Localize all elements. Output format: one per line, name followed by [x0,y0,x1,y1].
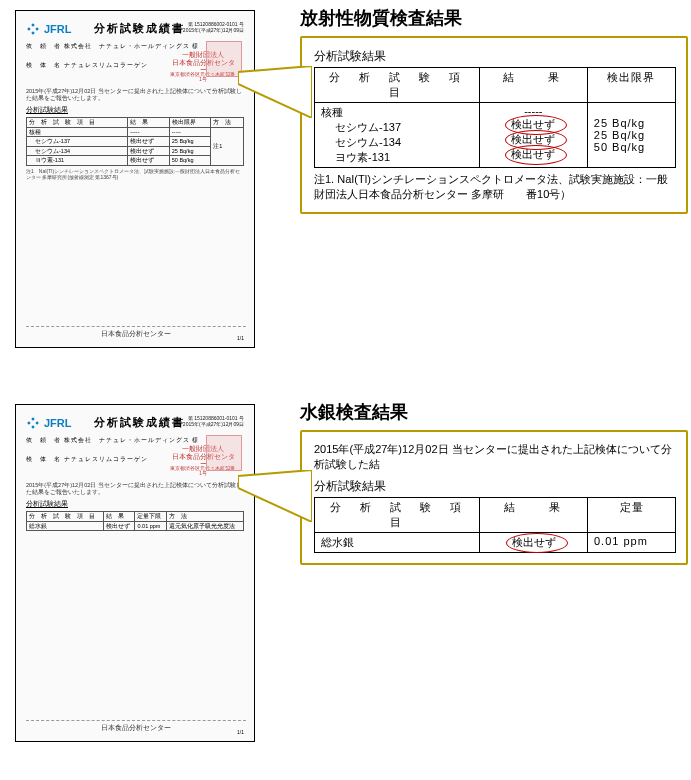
limit-value: 25 Bq/kg [594,129,645,141]
thumbnail-footer: 日本食品分析センター [16,720,255,733]
sample-label: 検 体 名 [26,456,61,462]
table-row: 核種 ----- ----- 注1 [27,127,244,137]
thumbnail-footer: 日本食品分析センター [16,326,255,339]
result-circled: 検出せず [511,147,555,162]
doc-date: 2015年(平成27年)12月09日 [183,27,244,33]
callout-subhead: 分析試験結果 [314,48,676,65]
red-seal-icon [206,435,242,471]
client-value: 株式会社 ナチュレ・ホールディングス 様 [64,437,200,443]
table-header-row: 分 析 試 験 項 目 結 果 検出限界 [315,68,676,103]
footer-org: 日本食品分析センター [101,724,171,731]
thumbnail-results-table: 分 析 試 験 項 目 結 果 検出限界 方 法 核種 ----- ----- … [26,117,244,166]
item-name: ヨウ素-131 [335,151,390,163]
table-row: 総水銀 検出せず 0.01 ppm [315,533,676,553]
table-row: 核種 セシウム-137 セシウム-134 ヨウ素-131 ----- 検出せず … [315,103,676,168]
th-item: 分 析 試 験 項 目 [315,498,480,533]
sample-value: ナチュレスリムコラーゲン [64,456,148,462]
jfrl-logo-icon [26,416,40,430]
th-limit: 定量 [588,498,676,533]
issuer-stamp: 一般財団法人 日本食品分析センター 東京都渋谷区元代々木町52番1号 [170,447,236,475]
thumbnail-page-number: 1/1 [237,335,244,341]
th-limit: 検出限界 [587,68,675,103]
group-label: 核種 [321,106,343,118]
result-circled: 検出せず [512,535,556,550]
doc-number-block: 第 15120886002-0101 号 2015年(平成27年)12月09日 [183,21,244,33]
client-label: 依 頼 者 [26,437,61,443]
callout-radioactive: 分析試験結果 分 析 試 験 項 目 結 果 検出限界 核種 セシウム-137 … [300,36,688,214]
client-value: 株式会社 ナチュレ・ホールディングス 様 [64,43,200,49]
limit-value: 50 Bq/kg [594,141,645,153]
client-label: 依 頼 者 [26,43,61,49]
th-method: 方 法 [211,118,244,128]
callout-note: 注1. NaI(Tl)シンチレーションスペクトロメータ法、試験実施施設：一般財団… [314,172,676,202]
table-header-row: 分 析 試 験 項 目 結 果 検出限界 方 法 [27,118,244,128]
item-name: セシウム-137 [335,121,401,133]
table-row: 総水銀 検出せず 0.01 ppm 還元気化原子吸光光度法 [27,521,244,531]
doc-number-block: 第 15120886001-0101 号 2015年(平成27年)12月09日 [183,415,244,427]
callout-subhead: 分析試験結果 [314,478,676,495]
report-title: 分析試験成績書 [94,415,185,430]
issuer-stamp: 一般財団法人 日本食品分析センター 東京都渋谷区元代々木町52番1号 [170,53,236,81]
th-result: 結 果 [479,68,587,103]
footer-org: 日本食品分析センター [101,330,171,337]
result-circled: 検出せず [511,117,555,132]
section-heading: 水銀検査結果 [300,400,408,424]
th-result: 結 果 [480,498,588,533]
report-thumbnail-mercury: JFRL 分析試験成績書 第 15120886001-0101 号 2015年(… [15,404,255,742]
result-circled: 検出せず [511,132,555,147]
limit-value: 0.01 ppm [588,533,676,553]
report-intro-text: 2015年(平成27年)12月02日 当センターに提出された上記検体について分析… [26,88,244,102]
item-name: セシウム-134 [335,136,401,148]
report-title: 分析試験成績書 [94,21,185,36]
th-method: 方 法 [166,512,243,522]
thumbnail-results-table: 分 析 試 験 項 目 結 果 定量下限 方 法 総水銀 検出せず 0.01 p… [26,511,244,531]
callout-pointer-icon [238,470,312,522]
thumbnail-note: 注1 NaI(Tl)シンチレーションスペクトロメータ法、試験実施施設:一般財団法… [26,168,244,180]
red-seal-icon [206,41,242,77]
jfrl-logo-text: JFRL [44,417,72,429]
jfrl-logo-text: JFRL [44,23,72,35]
item-name: 総水銀 [315,533,480,553]
results-subhead: 分析試験結果 [26,106,244,115]
th-limit: 定量下限 [135,512,166,522]
sample-label: 検 体 名 [26,62,61,68]
th-item: 分 析 試 験 項 目 [27,512,104,522]
group-result: ----- [524,105,542,117]
callout-mercury: 2015年(平成27年)12月02日 当センターに提出された上記検体について分析… [300,430,688,565]
th-result: 結 果 [104,512,135,522]
callout-pointer-icon [238,66,312,118]
report-thumbnail-radioactive: JFRL 分析試験成績書 第 15120886002-0101 号 2015年(… [15,10,255,348]
thumbnail-page-number: 1/1 [237,729,244,735]
th-item: 分 析 試 験 項 目 [315,68,480,103]
callout-results-table: 分 析 試 験 項 目 結 果 検出限界 核種 セシウム-137 セシウム-13… [314,67,676,168]
jfrl-logo-icon [26,22,40,36]
section-heading: 放射性物質検査結果 [300,6,462,30]
sample-value: ナチュレスリムコラーゲン [64,62,148,68]
limit-value: 25 Bq/kg [594,117,645,129]
th-item: 分 析 試 験 項 目 [27,118,128,128]
callout-results-table: 分 析 試 験 項 目 結 果 定量 総水銀 検出せず 0.01 ppm [314,497,676,553]
th-limit: 検出限界 [169,118,210,128]
table-header-row: 分 析 試 験 項 目 結 果 定量 [315,498,676,533]
doc-date: 2015年(平成27年)12月09日 [183,421,244,427]
table-header-row: 分 析 試 験 項 目 結 果 定量下限 方 法 [27,512,244,522]
callout-context: 2015年(平成27年)12月02日 当センターに提出された上記検体について分析… [314,442,676,472]
th-result: 結 果 [128,118,169,128]
results-subhead: 分析試験結果 [26,500,244,509]
report-intro-text: 2015年(平成27年)12月02日 当センターに提出された上記検体について分析… [26,482,244,496]
